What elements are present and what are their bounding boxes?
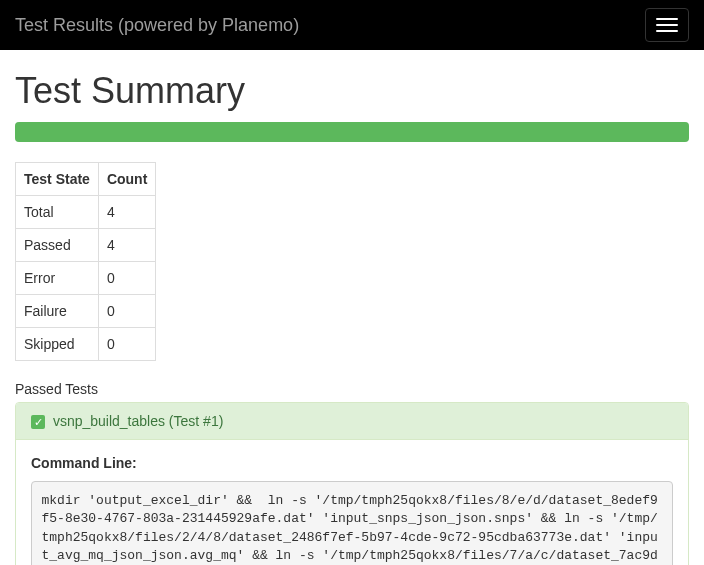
navbar-brand: Test Results (powered by Planemo) [15, 0, 299, 51]
progress-bar-passed [15, 122, 689, 142]
test-panel: ✓ vsnp_build_tables (Test #1) Command Li… [15, 402, 689, 565]
count-cell: 0 [98, 262, 155, 295]
state-cell: Skipped [16, 328, 99, 361]
count-cell: 4 [98, 196, 155, 229]
table-row: Failure 0 [16, 295, 156, 328]
table-row: Passed 4 [16, 229, 156, 262]
col-header-state: Test State [16, 163, 99, 196]
table-row: Test State Count [16, 163, 156, 196]
state-cell: Error [16, 262, 99, 295]
col-header-count: Count [98, 163, 155, 196]
progress-bar-container [15, 122, 689, 142]
table-row: Error 0 [16, 262, 156, 295]
count-cell: 0 [98, 295, 155, 328]
count-cell: 4 [98, 229, 155, 262]
check-icon: ✓ [31, 415, 45, 429]
passed-tests-header: Passed Tests [15, 381, 689, 397]
summary-table: Test State Count Total 4 Passed 4 Error … [15, 162, 156, 361]
command-line-output: mkdir 'output_excel_dir' && ln -s '/tmp/… [31, 481, 673, 565]
navbar: Test Results (powered by Planemo) [0, 0, 704, 50]
test-panel-heading[interactable]: ✓ vsnp_build_tables (Test #1) [16, 403, 688, 440]
test-panel-body: Command Line: mkdir 'output_excel_dir' &… [16, 440, 688, 565]
state-cell: Passed [16, 229, 99, 262]
table-row: Skipped 0 [16, 328, 156, 361]
command-line-label: Command Line: [31, 455, 673, 471]
test-title: vsnp_build_tables (Test #1) [53, 413, 223, 429]
table-row: Total 4 [16, 196, 156, 229]
count-cell: 0 [98, 328, 155, 361]
hamburger-icon [656, 24, 678, 26]
hamburger-icon [656, 30, 678, 32]
navbar-toggle-button[interactable] [645, 8, 689, 42]
state-cell: Failure [16, 295, 99, 328]
hamburger-icon [656, 18, 678, 20]
page-title: Test Summary [15, 70, 689, 112]
state-cell: Total [16, 196, 99, 229]
